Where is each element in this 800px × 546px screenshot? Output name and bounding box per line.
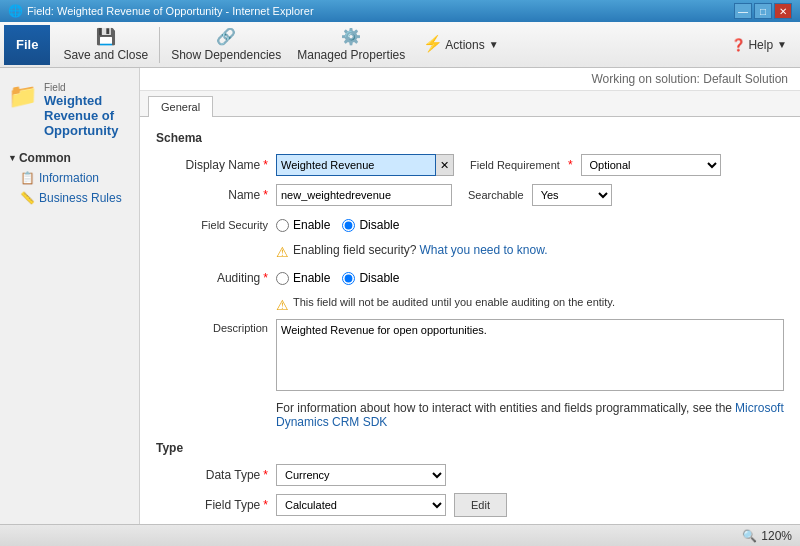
- field-header-icon: 📁: [8, 82, 38, 110]
- auditing-radio-group: Enable Disable: [276, 271, 399, 285]
- field-name-label: Weighted Revenue of Opportunity: [44, 93, 131, 138]
- file-button[interactable]: File: [4, 25, 50, 65]
- edit-button[interactable]: Edit: [454, 493, 507, 517]
- toolbar: File 💾 Save and Close 🔗 Show Dependencie…: [0, 22, 800, 68]
- field-type-select[interactable]: Calculated Simple Rollup: [276, 494, 446, 516]
- tabs: General: [140, 91, 800, 117]
- display-name-row: Display Name * ✕ Field Requirement * Opt…: [156, 153, 784, 177]
- field-security-enable-option[interactable]: Enable: [276, 218, 330, 232]
- display-name-clear-button[interactable]: ✕: [436, 154, 454, 176]
- sdk-note: For information about how to interact wi…: [276, 397, 784, 437]
- maximize-button[interactable]: □: [754, 3, 772, 19]
- content-area: Working on solution: Default Solution Ge…: [140, 68, 800, 524]
- zoom-icon: 🔍: [742, 529, 757, 543]
- searchable-select[interactable]: Yes No: [532, 184, 612, 206]
- field-type-required: *: [263, 498, 268, 512]
- help-icon: ❓: [731, 38, 746, 52]
- sidebar-item-information[interactable]: 📋 Information: [0, 168, 139, 188]
- description-textarea[interactable]: Weighted Revenue for open opportunities.: [276, 319, 784, 391]
- close-button[interactable]: ✕: [774, 3, 792, 19]
- browser-icon: 🌐: [8, 4, 23, 18]
- actions-dropdown-arrow: ▼: [489, 39, 499, 50]
- field-requirement-select[interactable]: Optional Business Recommended Business R…: [581, 154, 721, 176]
- name-required: *: [263, 188, 268, 202]
- sidebar-item-business-rules[interactable]: 📏 Business Rules: [0, 188, 139, 208]
- auditing-disable-option[interactable]: Disable: [342, 271, 399, 285]
- field-security-disable-radio[interactable]: [342, 219, 355, 232]
- data-type-required: *: [263, 468, 268, 482]
- zoom-level: 120%: [761, 529, 792, 543]
- sidebar-section-header: ▼ Common: [0, 148, 139, 168]
- auditing-field: Enable Disable: [276, 271, 784, 285]
- minimize-button[interactable]: —: [734, 3, 752, 19]
- section-triangle-icon: ▼: [8, 153, 17, 163]
- name-label: Name *: [156, 188, 276, 202]
- data-type-row: Data Type * Currency Single Line of Text…: [156, 463, 784, 487]
- field-type-label: Field Type *: [156, 498, 276, 512]
- searchable-label: Searchable: [468, 189, 524, 201]
- name-input[interactable]: [276, 184, 452, 206]
- help-dropdown-arrow: ▼: [777, 39, 787, 50]
- data-type-label: Data Type *: [156, 468, 276, 482]
- zoom-area: 🔍 120%: [742, 529, 792, 543]
- field-requirement-required: *: [568, 158, 573, 172]
- type-section-header: Type: [156, 441, 784, 455]
- save-close-icon: 💾: [96, 27, 116, 46]
- title-bar-title: Field: Weighted Revenue of Opportunity -…: [27, 5, 314, 17]
- auditing-disable-radio[interactable]: [342, 272, 355, 285]
- what-you-need-link[interactable]: What you need to know.: [419, 243, 547, 257]
- auditing-warning-icon: ⚠: [276, 297, 289, 313]
- form-area: Schema Display Name * ✕ Field Requiremen…: [140, 117, 800, 524]
- display-name-required: *: [263, 158, 268, 172]
- business-rules-icon: 📏: [20, 191, 35, 205]
- auditing-enable-option[interactable]: Enable: [276, 271, 330, 285]
- help-button[interactable]: ❓ Help ▼: [722, 25, 796, 65]
- show-dependencies-button[interactable]: 🔗 Show Dependencies: [164, 25, 288, 65]
- auditing-enable-radio[interactable]: [276, 272, 289, 285]
- solution-bar: Working on solution: Default Solution: [140, 68, 800, 91]
- auditing-label: Auditing *: [156, 271, 276, 285]
- display-name-label: Display Name *: [156, 158, 276, 172]
- sidebar-common-section: ▼ Common 📋 Information 📏 Business Rules: [0, 148, 139, 208]
- actions-icon: ⚡: [423, 34, 443, 53]
- data-type-field: Currency Single Line of Text Whole Numbe…: [276, 464, 784, 486]
- field-security-disable-option[interactable]: Disable: [342, 218, 399, 232]
- field-security-label: Field Security: [156, 219, 276, 231]
- data-type-select[interactable]: Currency Single Line of Text Whole Numbe…: [276, 464, 446, 486]
- actions-button[interactable]: ⚡ Actions ▼: [414, 25, 507, 65]
- managed-props-icon: ⚙️: [341, 27, 361, 46]
- display-name-field: ✕ Field Requirement * Optional Business …: [276, 154, 784, 176]
- dependencies-icon: 🔗: [216, 27, 236, 46]
- title-bar: 🌐 Field: Weighted Revenue of Opportunity…: [0, 0, 800, 22]
- description-row: Description Weighted Revenue for open op…: [156, 319, 784, 391]
- status-bar: 🔍 120%: [0, 524, 800, 546]
- description-label: Description: [156, 319, 276, 334]
- auditing-row: Auditing * Enable Disable: [156, 266, 784, 290]
- auditing-warning-row: ⚠ This field will not be audited until y…: [156, 296, 784, 313]
- field-type-label: Field: [44, 82, 131, 93]
- field-header: 📁 Field Weighted Revenue of Opportunity: [0, 76, 139, 144]
- field-type-row: Field Type * Calculated Simple Rollup Ed…: [156, 493, 784, 517]
- display-name-input[interactable]: [276, 154, 436, 176]
- field-type-field: Calculated Simple Rollup Edit: [276, 493, 784, 517]
- main-content: 📁 Field Weighted Revenue of Opportunity …: [0, 68, 800, 524]
- toolbar-separator-1: [159, 27, 160, 63]
- information-icon: 📋: [20, 171, 35, 185]
- precision-row: Precision * Currency Precision 01234: [156, 523, 784, 524]
- tab-general[interactable]: General: [148, 96, 213, 117]
- field-security-enable-radio[interactable]: [276, 219, 289, 232]
- field-security-field: Enable Disable: [276, 218, 784, 232]
- name-row: Name * Searchable Yes No: [156, 183, 784, 207]
- field-security-warning-row: ⚠ Enabling field security? What you need…: [156, 243, 784, 260]
- warning-text: Enabling field security? What you need t…: [293, 243, 548, 257]
- sidebar: 📁 Field Weighted Revenue of Opportunity …: [0, 68, 140, 524]
- field-security-radio-group: Enable Disable: [276, 218, 399, 232]
- managed-properties-button[interactable]: ⚙️ Managed Properties: [290, 25, 412, 65]
- field-security-row: Field Security Enable Disable: [156, 213, 784, 237]
- save-close-button[interactable]: 💾 Save and Close: [56, 25, 155, 65]
- name-field: Searchable Yes No: [276, 184, 784, 206]
- warning-icon: ⚠: [276, 244, 289, 260]
- auditing-required: *: [263, 271, 268, 285]
- field-requirement-label: Field Requirement: [470, 159, 560, 171]
- schema-section-header: Schema: [156, 131, 784, 145]
